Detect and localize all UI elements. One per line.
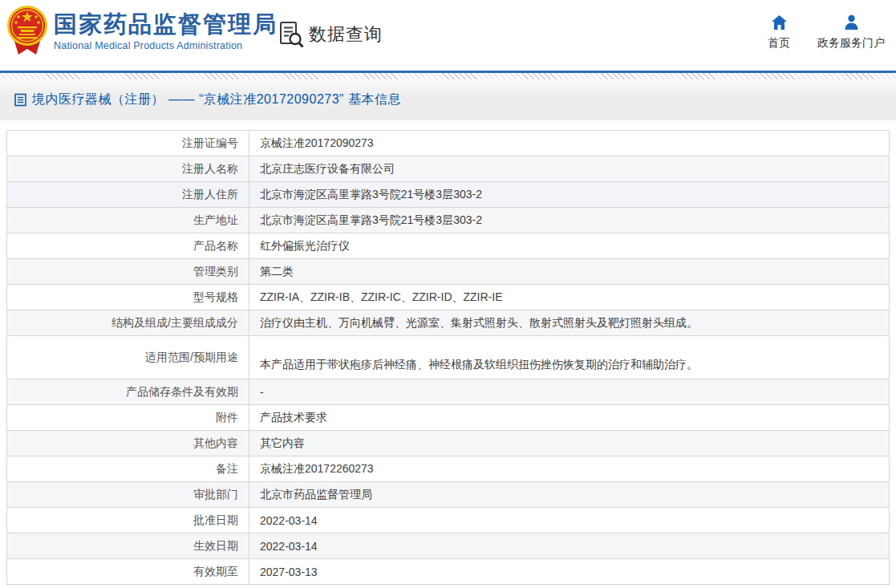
page-title: 境内医疗器械（注册） —— “京械注准20172090273” 基本信息 xyxy=(32,91,401,108)
org-name-en: National Medical Products Administration xyxy=(54,40,278,51)
nav-item-label: 首页 xyxy=(768,36,790,51)
field-label: 审批部门 xyxy=(7,482,249,508)
table-row: 审批部门 北京市药品监督管理局 xyxy=(7,482,890,508)
data-query-label: 数据查询 xyxy=(309,22,383,47)
field-label: 有效期至 xyxy=(7,559,249,585)
national-emblem-logo[interactable] xyxy=(6,5,48,56)
field-label: 结构及组成/主要组成成分 xyxy=(7,310,249,336)
field-value: 北京市海淀区高里掌路3号院21号楼3层303-2 xyxy=(249,182,890,208)
field-value: 第二类 xyxy=(249,259,890,285)
field-label: 附件 xyxy=(7,405,249,431)
table-row: 注册证编号 京械注准20172090273 xyxy=(7,131,890,156)
header-nav: 首页 政务服务门户 xyxy=(768,14,885,51)
field-value: 治疗仪由主机、万向机械臂、光源室、集射式照射头、散射式照射头及靶灯照射头组成。 xyxy=(249,310,890,336)
field-label: 注册人住所 xyxy=(7,182,249,208)
nav-item-home[interactable]: 首页 xyxy=(768,14,790,51)
data-query-link[interactable]: 数据查询 xyxy=(279,21,383,48)
table-row: 有效期至 2027-03-13 xyxy=(7,559,890,585)
site-header: 国家药品监督管理局 National Medical Products Admi… xyxy=(0,0,896,71)
field-value: 红外偏振光治疗仪 xyxy=(249,233,890,259)
field-label: 适用范围/预期用途 xyxy=(7,336,249,379)
table-row: 生效日期 2022-03-14 xyxy=(7,533,890,559)
field-label: 管理类别 xyxy=(7,259,249,285)
table-row: 适用范围/预期用途 本产品适用于带状疱疹后神经痛、神经根痛及软组织扭伤挫伤恢复期… xyxy=(7,336,890,379)
field-label: 生产地址 xyxy=(7,208,249,233)
table-row: 附件 产品技术要求 xyxy=(7,405,890,431)
breadcrumb: 境内医疗器械（注册） —— “京械注准20172090273” 基本信息 xyxy=(14,91,401,108)
table-row-highlighted: 注册人住所 北京市海淀区高里掌路3号院21号楼3层303-2 xyxy=(7,182,890,208)
nav-item-gov-portal[interactable]: 政务服务门户 xyxy=(817,14,885,51)
table-row: 注册人名称 北京庄志医疗设备有限公司 xyxy=(7,156,890,182)
field-label: 备注 xyxy=(7,456,249,482)
field-value: 2027-03-13 xyxy=(249,559,890,585)
registration-info-table: 注册证编号 京械注准20172090273 注册人名称 北京庄志医疗设备有限公司… xyxy=(6,130,890,585)
table-row: 产品储存条件及有效期 - xyxy=(7,379,890,405)
field-value: 2022-03-14 xyxy=(249,508,890,533)
field-label: 批准日期 xyxy=(7,508,249,533)
hatch-stripe-band xyxy=(0,73,896,79)
field-label: 型号规格 xyxy=(7,285,249,310)
document-search-icon xyxy=(279,21,304,48)
field-value: ZZIR-IA、ZZIR-IB、ZZIR-IC、ZZIR-ID、ZZIR-IE xyxy=(249,285,890,310)
table-row: 批准日期 2022-03-14 xyxy=(7,508,890,533)
nav-item-label: 政务服务门户 xyxy=(817,36,885,51)
field-value: 北京庄志医疗设备有限公司 xyxy=(249,156,890,182)
org-names: 国家药品监督管理局 National Medical Products Admi… xyxy=(54,10,278,51)
table-row: 生产地址 北京市海淀区高里掌路3号院21号楼3层303-2 xyxy=(7,208,890,233)
field-value: 京械注准20172090273 xyxy=(249,131,890,156)
field-value: 北京市药品监督管理局 xyxy=(249,482,890,508)
field-value: - xyxy=(249,379,890,405)
org-name-zh: 国家药品监督管理局 xyxy=(54,10,278,38)
field-value: 2022-03-14 xyxy=(249,533,890,559)
table-row: 型号规格 ZZIR-IA、ZZIR-IB、ZZIR-IC、ZZIR-ID、ZZI… xyxy=(7,285,890,310)
home-icon xyxy=(771,14,788,30)
field-value: 京械注准20172260273 xyxy=(249,456,890,482)
national-emblem-icon xyxy=(6,5,48,56)
field-value: 其它内容 xyxy=(249,431,890,456)
field-label: 生效日期 xyxy=(7,533,249,559)
field-value: 北京市海淀区高里掌路3号院21号楼3层303-2 xyxy=(249,208,890,233)
field-label: 注册证编号 xyxy=(7,131,249,156)
doc-list-icon xyxy=(14,93,26,107)
table-row: 其他内容 其它内容 xyxy=(7,431,890,456)
user-icon xyxy=(843,14,860,30)
table-row: 结构及组成/主要组成成分 治疗仪由主机、万向机械臂、光源室、集射式照射头、散射式… xyxy=(7,310,890,336)
field-label: 其他内容 xyxy=(7,431,249,456)
field-value: 本产品适用于带状疱疹后神经痛、神经根痛及软组织扭伤挫伤恢复期的治疗和辅助治疗。 xyxy=(249,336,890,379)
field-label: 注册人名称 xyxy=(7,156,249,182)
table-row: 管理类别 第二类 xyxy=(7,259,890,285)
field-label: 产品名称 xyxy=(7,233,249,259)
field-label: 产品储存条件及有效期 xyxy=(7,379,249,405)
table-row: 备注 京械注准20172260273 xyxy=(7,456,890,482)
page: 国家药品监督管理局 National Medical Products Admi… xyxy=(0,0,896,588)
field-value: 产品技术要求 xyxy=(249,405,890,431)
breadcrumb-band: 境内医疗器械（注册） —— “京械注准20172090273” 基本信息 xyxy=(0,79,896,120)
table-row: 产品名称 红外偏振光治疗仪 xyxy=(7,233,890,259)
